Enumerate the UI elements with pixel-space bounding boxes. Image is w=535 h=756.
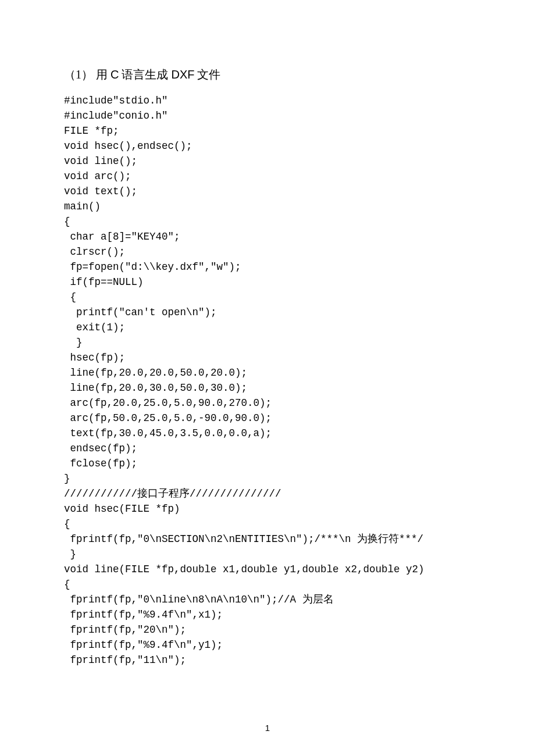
- code-block: #include"stdio.h" #include"conio.h" FILE…: [64, 93, 471, 668]
- heading-text-2: 语言生成: [119, 68, 171, 81]
- page-number: 1: [0, 723, 535, 733]
- document-page: （1） 用 C 语言生成 DXF 文件 #include"stdio.h" #i…: [0, 0, 535, 756]
- heading-en-2: DXF: [171, 68, 194, 81]
- heading-text-3: 文件: [194, 68, 220, 81]
- heading-en-1: C: [110, 68, 119, 81]
- section-heading: （1） 用 C 语言生成 DXF 文件: [64, 67, 471, 83]
- heading-number: （1）: [64, 68, 93, 81]
- heading-text-1: 用: [96, 68, 110, 81]
